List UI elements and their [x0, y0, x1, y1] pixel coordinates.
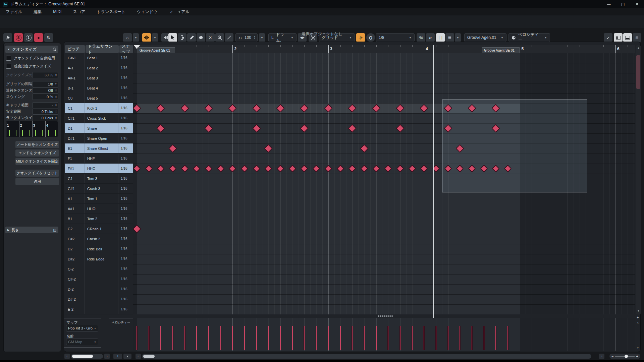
menu-item-6[interactable]: マニュアル [163, 9, 195, 15]
minimize-button[interactable]: — [602, 0, 616, 8]
drum-row-F1[interactable]: F1HHF1/16 [65, 154, 133, 164]
drum-row-C1[interactable]: C1Kick 11/16 [65, 103, 133, 113]
iq-checkbox[interactable] [6, 64, 11, 69]
velocity-bar[interactable] [196, 326, 197, 350]
auto-apply-checkbox[interactable] [6, 56, 11, 61]
velocity-bar[interactable] [148, 326, 150, 350]
stepper-icon[interactable]: ▲▼ [55, 73, 57, 77]
menu-item-5[interactable]: ウィンドウ [131, 9, 163, 15]
drum-row-B-1[interactable]: B-1Beat 41/16 [65, 83, 133, 93]
drum-row-D1[interactable]: D1Snare1/16 [65, 123, 133, 133]
grid-scrollbar-track[interactable] [142, 354, 591, 359]
velocity-bar[interactable] [220, 326, 221, 350]
grid-scroll-left-icon[interactable]: ‹ [136, 354, 141, 359]
drum-row-E1[interactable]: E1Snare Ghost1/16 [65, 143, 133, 154]
velocity-bar[interactable] [483, 326, 485, 350]
drum-row-D#1[interactable]: D#1Snare Open1/16 [65, 133, 133, 143]
velocity-bar[interactable] [364, 326, 365, 350]
drum-row-F#1[interactable]: F#1HHC1/16 [65, 164, 133, 174]
drum-row-A#1[interactable]: A#1HHO1/16 [65, 204, 133, 214]
zoom-slider-knob[interactable] [625, 355, 628, 358]
column-header-drumsound[interactable]: ドラムサウンド [86, 45, 119, 53]
stepper-icon[interactable]: ▲▼ [55, 116, 57, 120]
drum-row-C#1[interactable]: C#1Cross Stick1/16 [65, 113, 133, 123]
velocity-bar[interactable] [447, 326, 449, 350]
drum-row-E-2[interactable]: E-21/16 [65, 304, 133, 314]
drum-row-A-1[interactable]: A-1Beat 21/16 [65, 63, 133, 73]
velocity-bar[interactable] [435, 326, 437, 350]
zoom-out-icon[interactable]: − [611, 354, 613, 358]
velocity-bar[interactable] [399, 326, 401, 350]
velocity-bar[interactable] [340, 326, 341, 350]
velocity-bar[interactable] [160, 326, 161, 350]
velocity-bar[interactable] [208, 326, 209, 350]
quantize-field-value[interactable]: 0 Ticks▲▼ [32, 109, 58, 115]
drum-row-A#-1[interactable]: A#-1Beat 31/16 [65, 73, 133, 83]
part-label-end[interactable]: Groove Agent SE 01 [482, 47, 520, 53]
stepper-icon[interactable]: ▲▼ [55, 95, 57, 99]
zoom-preset-dropdown-caret[interactable]: ▼ [123, 354, 131, 359]
quantize-field-value[interactable]: Off▲▼ [32, 87, 58, 94]
drum-row-D#2[interactable]: D#2Ride Edge1/16 [65, 254, 133, 264]
velocity-bar[interactable] [172, 326, 173, 350]
quantize-field-value[interactable]: 0 Ticks▲▼ [32, 115, 58, 121]
zoom-in-icon[interactable]: + [636, 354, 638, 358]
velocity-bar[interactable] [423, 326, 425, 350]
velocity-bar[interactable] [507, 326, 508, 350]
drum-row-C#2[interactable]: C#2Crash 21/16 [65, 234, 133, 244]
drum-row-C0[interactable]: C0Beat 51/16 [65, 93, 133, 103]
lane-scroll-up-icon[interactable]: ˄ [637, 321, 639, 324]
part-label-start[interactable]: Groove Agent SE 01 [138, 47, 175, 53]
add-lane-icon[interactable]: + [637, 315, 639, 319]
menu-item-3[interactable]: スコア [67, 9, 91, 15]
quantize-action-button-0[interactable]: クオンタイズをリセット [15, 170, 59, 177]
list-scrollbar-thumb[interactable] [72, 355, 93, 358]
velocity-bar[interactable] [316, 326, 317, 350]
drum-row-C2[interactable]: C2CRash 11/16 [65, 224, 133, 234]
menu-item-1[interactable]: 編集 [28, 9, 47, 15]
velocity-bar[interactable] [184, 326, 185, 350]
grid-scrollbar-thumb[interactable] [143, 355, 155, 358]
quantize-button-1[interactable]: エンドをクオンタイズ [15, 149, 59, 157]
velocity-bar[interactable] [352, 326, 353, 350]
lane-resize-handle[interactable] [378, 315, 393, 317]
velocity-bar[interactable] [495, 326, 496, 350]
horizontal-zoom-slider[interactable]: − + [609, 354, 640, 359]
quantize-field-value[interactable]: -▲▼ [32, 102, 58, 108]
velocity-bar[interactable] [376, 326, 377, 350]
drum-row-G1[interactable]: G1Tom 31/16 [65, 174, 133, 184]
column-header-pitch[interactable]: ピッチ [65, 45, 85, 53]
stepper-icon[interactable]: ▲▼ [55, 89, 57, 92]
velocity-bar[interactable] [280, 326, 281, 350]
velocity-bar[interactable] [244, 326, 245, 350]
velocity-bar[interactable] [471, 326, 473, 350]
menu-item-0[interactable]: ファイル [0, 9, 28, 15]
stepper-icon[interactable]: ▲▼ [55, 104, 57, 107]
maximize-button[interactable]: ▢ [616, 0, 630, 8]
velocity-bar[interactable] [256, 326, 257, 350]
list-scroll-right-icon[interactable]: › [104, 354, 110, 359]
drum-row-D-2[interactable]: D-21/16 [65, 284, 133, 294]
controller-lane-tab[interactable]: ベロシティー [109, 318, 133, 327]
map-select-dropdown[interactable]: Pop Kit 3 - Gro.▼ [66, 325, 98, 331]
timeline-ruler[interactable] [134, 45, 635, 53]
quantize-button-0[interactable]: ノート長をクオンタイズ [15, 141, 59, 148]
quantize-field-value[interactable]: 1/8▼ [32, 81, 58, 87]
velocity-bar[interactable] [328, 326, 329, 350]
velocity-bar[interactable] [387, 326, 389, 350]
drum-row-C-2[interactable]: C-21/16 [65, 264, 133, 274]
drum-row-A1[interactable]: A1Tom 11/16 [65, 194, 133, 204]
quantize-field-value[interactable]: 60 %▲▼ [32, 72, 58, 78]
lane-scroll-down-icon[interactable]: ˅ [637, 346, 639, 350]
velocity-bar[interactable] [412, 326, 413, 350]
add-zoom-preset-icon[interactable]: + [113, 354, 122, 359]
quantize-action-button-1[interactable]: 適用 [15, 178, 59, 185]
drum-row-G#-1[interactable]: G#-1Beat 11/16 [65, 53, 133, 63]
length-section-header[interactable]: ▶ 長さ ▤ [5, 227, 58, 233]
quantize-section-header[interactable]: ▼ クオンタイズ [5, 46, 58, 53]
quantize-button-2[interactable]: MIDI クオンタイズを固定 [15, 158, 59, 165]
drum-row-B1[interactable]: B1Tom 21/16 [65, 214, 133, 224]
grid-scroll-right-icon[interactable]: › [599, 354, 604, 359]
close-button[interactable]: ✕ [630, 0, 644, 8]
list-scroll-left-icon[interactable]: ‹ [64, 354, 70, 359]
